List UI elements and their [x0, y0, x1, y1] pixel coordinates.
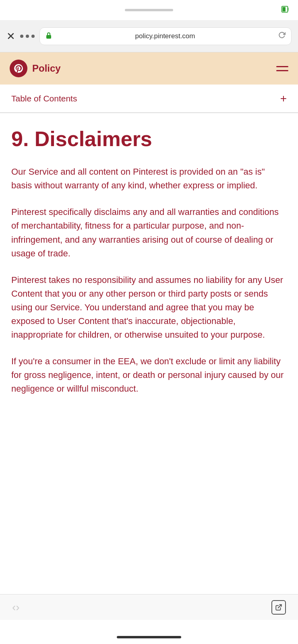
phone-frame: ✕ policy.pinterest.com — [0, 0, 298, 644]
browser-bar: ✕ policy.pinterest.com — [0, 20, 298, 52]
pinterest-logo — [10, 60, 27, 77]
svg-line-3 — [278, 605, 281, 608]
browser-bottom-bar: ‹ › — [0, 594, 298, 620]
main-content: 9. Disclaimers Our Service and all conte… — [0, 113, 298, 425]
dot-2 — [26, 35, 29, 38]
home-indicator — [117, 636, 181, 638]
site-title: Policy — [32, 63, 61, 74]
hamburger-line-1 — [276, 66, 288, 67]
share-button[interactable] — [271, 600, 286, 615]
paragraph-4: If you're a consumer in the EEA, we don'… — [11, 355, 287, 396]
dot-1 — [20, 35, 23, 38]
battery-icon — [281, 5, 290, 16]
address-bar[interactable]: policy.pinterest.com — [39, 27, 292, 45]
browser-dots — [20, 35, 35, 38]
forward-arrow[interactable]: › — [16, 601, 19, 614]
paragraph-1: Our Service and all content on Pinterest… — [11, 165, 287, 192]
toc-expand-button[interactable]: + — [280, 93, 287, 104]
lock-icon — [46, 32, 52, 41]
svg-rect-1 — [283, 7, 286, 12]
paragraph-3: Pinterest takes no responsibility and as… — [11, 273, 287, 342]
browser-close-button[interactable]: ✕ — [6, 31, 15, 41]
notch — [125, 9, 173, 11]
svg-rect-2 — [46, 35, 51, 39]
back-arrow[interactable]: ‹ — [12, 601, 16, 614]
status-bar — [0, 0, 298, 20]
hamburger-line-2 — [276, 70, 288, 71]
logo-area: Policy — [10, 60, 61, 77]
toc-bar[interactable]: Table of Contents + — [0, 85, 298, 113]
paragraph-2: Pinterest specifically disclaims any and… — [11, 205, 287, 260]
dot-3 — [31, 35, 35, 38]
refresh-icon[interactable] — [278, 31, 286, 41]
hamburger-menu[interactable] — [276, 66, 288, 71]
url-text: policy.pinterest.com — [55, 32, 275, 40]
section-heading: 9. Disclaimers — [11, 128, 287, 151]
site-header: Policy — [0, 52, 298, 85]
toc-label: Table of Contents — [11, 94, 77, 103]
